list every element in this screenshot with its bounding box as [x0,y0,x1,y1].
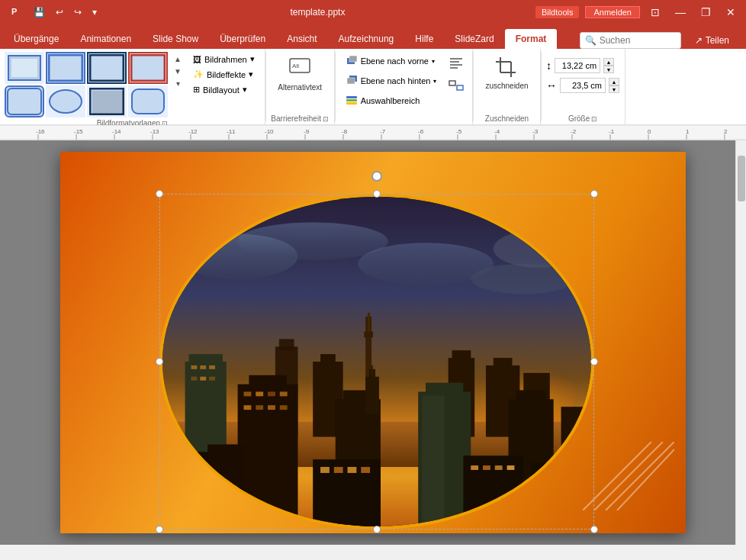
ebene-nach-hinten-button[interactable]: Ebene nach hinten ▾ [340,72,442,90]
zuschneiden-label: zuschneiden [485,82,528,90]
svg-text:-16: -16 [36,128,45,135]
svg-text:-5: -5 [456,128,462,135]
tab-uebergaenge[interactable]: Übergänge [3,29,69,49]
title-bar-left: P 💾 ↩ ↪ ▾ [6,3,100,22]
image-styles-content: ▲ ▼ ▾ 🖼 Bildrahmen ▾ ✨ Bildeffekte ▾ ⊞ [5,52,260,117]
svg-rect-17 [347,78,355,84]
teilen-button[interactable]: ↗ Teilen [687,32,737,49]
tab-ueberpruefen[interactable]: Überprüfen [209,29,276,49]
width-down-button[interactable]: ▼ [609,85,619,93]
slide[interactable] [60,152,686,533]
img-style-8[interactable] [128,85,168,117]
expand-barrierefreiheit-icon[interactable]: ⊡ [323,115,329,123]
height-input[interactable] [555,58,600,73]
svg-rect-3 [11,59,37,77]
align-button[interactable] [445,52,468,75]
search-bar[interactable]: 🔍 [580,32,681,49]
auswahlbereich-button[interactable]: Auswahlbereich [340,92,442,110]
ribbon-group-barrierefreiheit: Alt Alternativtext Barrierefreiheit ⊡ [266,49,335,124]
scroll-up-button[interactable]: ▲ [172,53,183,64]
anordnen-content: Ebene nach vorne ▾ Ebene nach hinten ▾ A… [340,52,468,124]
group-label-zuschneiden-bottom: Zuschneiden [485,113,529,123]
restore-button[interactable]: ❐ [696,5,715,20]
share-icon: ↗ [695,35,703,46]
ebene-nach-vorne-icon [346,54,358,68]
svg-text:-2: -2 [571,128,577,135]
width-input-row: ↔ ▲ ▼ [546,78,619,93]
svg-line-73 [594,442,663,510]
image-style-grid [5,52,168,117]
svg-text:1: 1 [686,128,690,135]
tab-animationen[interactable]: Animationen [69,29,142,49]
width-up-button[interactable]: ▲ [609,78,619,85]
bildeffekte-icon: ✨ [193,69,204,79]
ebene-nach-vorne-button[interactable]: Ebene nach vorne ▾ [340,52,442,70]
height-down-button[interactable]: ▼ [603,66,614,73]
svg-rect-10 [92,91,124,115]
image-container[interactable] [159,194,594,529]
bildeffekte-button[interactable]: ✨ Bildeffekte ▾ [188,67,260,82]
redo-button[interactable]: ↪ [71,5,85,19]
bildrahmen-button[interactable]: 🖼 Bildrahmen ▾ [188,52,260,66]
img-style-7[interactable] [87,85,127,117]
search-input[interactable] [600,35,676,46]
img-style-5[interactable] [5,85,44,117]
window-options-button[interactable]: ⊡ [646,5,664,20]
tab-format[interactable]: Format [505,29,558,49]
svg-rect-18 [346,96,357,98]
save-button[interactable]: 💾 [31,5,48,19]
barrierefreiheit-content: Alt Alternativtext [271,52,329,113]
tab-slidezard[interactable]: SlideZard [444,29,504,49]
group-label-barrierefreiheit: Barrierefreiheit ⊡ [271,113,329,123]
svg-line-74 [606,442,674,510]
scrollbar-thumb[interactable] [738,156,745,201]
scroll-down-button[interactable]: ▼ [172,66,183,76]
scrollbar-vertical[interactable] [735,140,746,545]
img-style-3[interactable] [87,52,127,84]
ruler: -16 -15 -14 -13 -12 -11 -10 -9 -8 -7 -6 … [0,125,746,140]
bildlayout-button[interactable]: ⊞ Bildlayout ▾ [188,82,260,97]
svg-text:-11: -11 [227,128,236,135]
width-input[interactable] [560,78,606,93]
height-up-button[interactable]: ▲ [603,58,614,66]
close-button[interactable]: ✕ [722,5,740,20]
height-icon: ↕ [546,60,551,72]
svg-text:-9: -9 [304,128,310,135]
arrange-buttons-col: Ebene nach vorne ▾ Ebene nach hinten ▾ A… [340,52,442,110]
ribbon-group-groesse: ↕ ▲ ▼ ↔ ▲ ▼ Größe ⊡ [542,49,625,124]
anmelden-button[interactable]: Anmelden [585,6,640,18]
svg-rect-5 [90,55,124,81]
expand-groesse-icon[interactable]: ⊡ [591,115,597,123]
svg-point-8 [50,90,82,113]
tab-slideshow[interactable]: Slide Show [142,29,209,49]
rotate-group-button[interactable] [445,76,468,99]
powerpoint-icon[interactable]: P [6,3,26,22]
alternativtext-button[interactable]: Alt Alternativtext [271,52,329,95]
ribbon-content: ▲ ▼ ▾ 🖼 Bildrahmen ▾ ✨ Bildeffekte ▾ ⊞ [0,49,746,125]
width-spinner[interactable]: ▲ ▼ [609,78,619,93]
img-style-2[interactable] [46,52,85,84]
zuschneiden-button[interactable]: zuschneiden [478,52,535,94]
minimize-button[interactable]: — [670,5,690,20]
img-style-4[interactable] [128,52,168,84]
group-label-groesse: Größe ⊡ [568,113,597,123]
width-icon: ↔ [546,79,557,92]
bild-options-col: 🖼 Bildrahmen ▾ ✨ Bildeffekte ▾ ⊞ Bildlay… [188,52,260,97]
scroll-more-button[interactable]: ▾ [172,78,183,89]
tab-hilfe[interactable]: Hilfe [404,29,444,49]
ebene-nach-hinten-icon [346,74,358,88]
city-image [162,197,591,526]
height-spinner[interactable]: ▲ ▼ [603,58,614,73]
more-options-button[interactable]: ▾ [89,5,100,19]
img-style-6[interactable] [46,85,85,117]
undo-button[interactable]: ↩ [53,5,66,19]
tab-aufzeichnung[interactable]: Aufzeichnung [328,29,405,49]
svg-rect-6 [131,55,165,81]
caret-hinten-icon: ▾ [433,78,436,85]
svg-rect-4 [49,55,82,81]
ribbon-group-anordnen: Ebene nach vorne ▾ Ebene nach hinten ▾ A… [336,49,474,124]
svg-text:0: 0 [648,128,651,135]
bildtools-label: Bildtools [542,8,574,17]
img-style-1[interactable] [5,52,44,84]
tab-ansicht[interactable]: Ansicht [276,29,327,49]
